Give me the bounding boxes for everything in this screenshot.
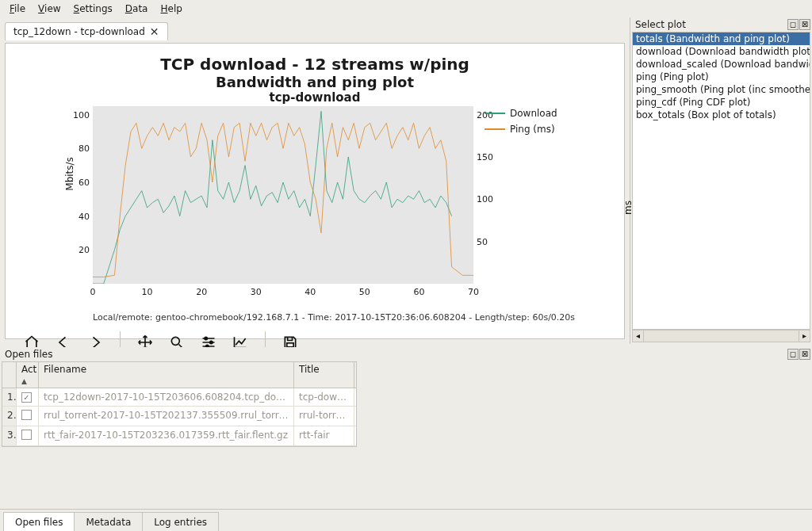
col-act[interactable]: Act [17,362,39,388]
side-panel: Select plot ◻ ⊠ totals (Bandwidth and pi… [630,17,812,344]
plot-type-item[interactable]: ping_smooth (Ping plot (inc smoothed ave… [633,83,810,96]
open-files-title: Open files [5,349,52,360]
menu-view[interactable]: View [32,2,67,16]
row-number: 2 [2,407,17,426]
plot-box: TCP download - 12 streams w/ping Bandwid… [5,43,625,339]
svg-point-1 [205,337,207,339]
legend-item: Ping (ms) [485,124,611,135]
col-rownum[interactable] [2,362,17,388]
side-panel-title: Select plot [635,19,686,30]
x-axis-ticks: 010203040506070 [93,287,473,298]
menu-settings[interactable]: Settings [67,2,119,16]
plot-pane: tcp_12down - tcp-download ✕ TCP download… [0,17,630,344]
plot-tab-label: tcp_12down - tcp-download [13,26,145,37]
side-panel-header: Select plot ◻ ⊠ [630,17,812,32]
tab-open-files[interactable]: Open files [3,512,75,531]
plot-tab[interactable]: tcp_12down - tcp-download ✕ [5,22,168,40]
col-filename[interactable]: Filename [39,362,294,388]
y-axis-right-label: ms [622,201,634,215]
y-axis-left-ticks: 20406080100 [66,106,90,284]
horizontal-scrollbar[interactable]: ◂ ▸ [632,330,810,342]
detach-icon[interactable]: ◻ [787,19,799,30]
plot-svg [93,106,473,284]
col-title[interactable]: Title [294,362,354,388]
row-filename: rtt_fair-2017-10-15T203236.017359.rtt_fa… [39,426,294,445]
row-checkbox[interactable] [17,426,39,445]
tab-log-entries[interactable]: Log entries [142,512,219,531]
plot-type-item[interactable]: download_scaled (Download bandwidth w/ax… [633,58,810,71]
chart-series-label: tcp-download [13,90,616,105]
plot-type-list[interactable]: totals (Bandwidth and ping plot)download… [632,32,810,330]
main-row: tcp_12down - tcp-download ✕ TCP download… [0,17,812,344]
plot-type-item[interactable]: totals (Bandwidth and ping plot) [633,32,810,45]
table-row[interactable]: 1tcp_12down-2017-10-15T203606.608204.tcp… [2,388,356,407]
scroll-left-icon[interactable]: ◂ [633,330,644,342]
table-row[interactable]: 2rrul_torrent-2017-10-15T202137.355509.r… [2,407,356,426]
row-checkbox[interactable] [17,407,39,426]
detach-icon[interactable]: ◻ [787,349,799,360]
menu-help[interactable]: Help [154,2,188,16]
menubar: File View Settings Data Help [0,0,812,17]
table-header: Act Filename Title [2,362,356,388]
scroll-right-icon[interactable]: ▸ [799,330,810,342]
plot-type-item[interactable]: ping (Ping plot) [633,71,810,83]
row-title: tcp-download [294,388,354,406]
chart-footer: Local/remote: gentoo-chromebook/192.168.… [13,312,616,323]
chart-title: TCP download - 12 streams w/ping [13,55,616,74]
open-files-panel: Open files ◻ ⊠ Act Filename Title 1tcp_1… [0,347,812,509]
bottom-tabs: Open files Metadata Log entries [0,509,812,531]
close-panel-icon[interactable]: ⊠ [799,19,810,30]
row-number: 3 [2,426,17,445]
close-icon[interactable]: ✕ [150,26,159,37]
menu-file[interactable]: File [3,2,32,16]
svg-point-0 [171,337,179,345]
plot-type-item[interactable]: box_totals (Box plot of totals) [633,109,810,121]
row-checkbox[interactable] [17,388,39,406]
plot-type-item[interactable]: ping_cdf (Ping CDF plot) [633,96,810,109]
plot-surface[interactable] [93,106,473,284]
tab-metadata[interactable]: Metadata [74,512,143,531]
chart-area: Mbits/s 20406080100 50100150200 01020304… [58,106,616,309]
chart-subtitle: Bandwidth and ping plot [13,74,616,90]
svg-point-2 [210,341,213,343]
plot-type-item[interactable]: download (Download bandwidth plot) [633,45,810,58]
open-files-table: Act Filename Title 1tcp_12down-2017-10-1… [2,361,357,447]
plot-tab-strip: tcp_12down - tcp-download ✕ [5,22,168,43]
open-files-header: Open files ◻ ⊠ [0,347,812,361]
table-row[interactable]: 3rtt_fair-2017-10-15T203236.017359.rtt_f… [2,426,356,446]
menu-data[interactable]: Data [119,2,155,16]
row-title: rrul-torrent [294,407,354,426]
legend: DownloadPing (ms) [485,108,611,139]
row-filename: rrul_torrent-2017-10-15T202137.355509.rr… [39,407,294,426]
row-filename: tcp_12down-2017-10-15T203606.608204.tcp_… [39,388,294,406]
row-number: 1 [2,388,17,406]
row-title: rtt-fair [294,426,354,445]
legend-item: Download [485,108,611,119]
close-panel-icon[interactable]: ⊠ [799,349,810,360]
